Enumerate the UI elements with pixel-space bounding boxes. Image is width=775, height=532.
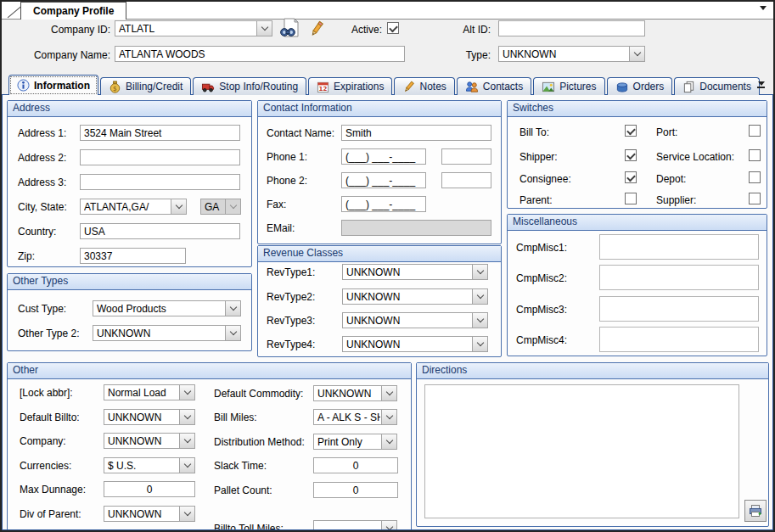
email-input [341,220,491,236]
edit-pencil-icon[interactable] [307,20,326,37]
address3-input[interactable] [80,174,240,190]
state-combo[interactable]: GA [200,199,241,215]
phone1-ext-input[interactable] [441,148,491,165]
miscellaneous-section: Miscellaneous CmpMisc1: CmpMisc2: CmpMis… [507,214,767,356]
depot-checkbox[interactable] [749,171,761,183]
tab-expirations[interactable]: 12 Expirations [308,77,392,95]
directions-section-title: Directions [417,363,768,379]
cust-type-combo[interactable]: Wood Products [93,300,241,316]
company-profile-tab[interactable]: Company Profile [20,2,126,20]
company-combo[interactable]: UNKNOWN [104,433,195,449]
bill-to-checkbox[interactable] [625,125,637,137]
other-section: Other [Lock abbr]: Normal Load Default B… [7,362,412,530]
other-section-title: Other [8,363,411,379]
money-icon: $ [109,81,121,93]
service-location-label: Service Location: [656,150,744,164]
chevron-down-icon [381,410,396,424]
slack-time-input[interactable] [313,457,398,473]
bill-miles-combo[interactable]: A - ALK S - SHO [313,409,397,425]
revtype2-combo[interactable]: UNKNOWN [342,288,488,305]
address1-input[interactable] [80,125,240,141]
city-state-combo[interactable]: ATLANTA,GA/ [80,199,187,215]
window-title: Company Profile [33,5,114,17]
supplier-checkbox[interactable] [749,193,761,204]
tab-documents[interactable]: Documents [674,77,760,95]
tab-billing-credit[interactable]: $ Billing/Credit [100,77,191,95]
revtype3-combo[interactable]: UNKNOWN [342,312,488,328]
cmpmisc3-input[interactable] [599,296,759,322]
div-of-parent-combo[interactable]: UNKNOWN [104,506,195,522]
fax-label: Fax: [267,198,340,211]
tab-label: Pictures [559,81,596,92]
tab-stop-info-routing[interactable]: Stop Info/Routing [193,77,306,95]
revenue-classes-section-title: Revenue Classes [258,246,501,262]
chevron-down-icon [256,21,272,36]
slack-time-label: Slack Time: [214,459,311,473]
phone1-input[interactable] [341,148,426,165]
default-billto-combo[interactable]: UNKNOWN [104,409,195,425]
print-directions-button[interactable] [744,500,767,522]
pallet-count-label: Pallet Count: [214,484,311,497]
shipper-checkbox[interactable] [625,149,637,161]
service-location-checkbox[interactable] [749,149,761,161]
alt-id-input[interactable] [498,20,645,36]
other-types-section-title: Other Types [8,274,251,290]
tab-label: Expirations [334,81,384,92]
country-input[interactable] [80,223,240,239]
other-type2-combo[interactable]: UNKNOWN [93,325,241,341]
port-checkbox[interactable] [749,125,761,137]
tab-contacts[interactable]: Contacts [457,77,531,95]
tab-pictures[interactable]: Pictures [533,77,604,95]
tab-bar: Information $ Billing/Credit Stop Info/R… [8,75,760,95]
bill-miles-value: A - ALK S - SHO [317,411,380,424]
cmpmisc2-input[interactable] [599,265,759,290]
address2-input[interactable] [80,149,240,165]
active-checkbox[interactable] [387,22,399,34]
fax-input[interactable] [341,196,426,212]
revtype3-label: RevType3: [267,314,338,328]
zip-input[interactable] [80,248,186,264]
country-label: Country: [18,225,79,238]
tab-notes[interactable]: Notes [394,77,454,95]
consignee-checkbox[interactable] [625,171,637,183]
tab-information[interactable]: Information [8,75,98,95]
lock-abbr-combo[interactable]: Normal Load [104,384,195,400]
chevron-down-icon [225,301,240,316]
revtype1-combo[interactable]: UNKNOWN [342,264,488,280]
phone2-input[interactable] [341,172,426,188]
parent-checkbox[interactable] [625,193,637,204]
pallet-count-input[interactable] [313,482,398,498]
phone2-ext-input[interactable] [441,172,491,188]
cmpmisc1-input[interactable] [599,234,759,260]
company-id-combo[interactable]: ATLATL [115,20,272,36]
address3-label: Address 3: [18,176,79,189]
chevron-down-icon [472,313,487,328]
city-state-label: City, State: [18,200,79,214]
tab-overflow-icon[interactable] [757,81,765,88]
window-menu-arrow-icon[interactable] [760,6,767,10]
tab-orders[interactable]: Orders [607,77,673,95]
calendar-icon: 12 [317,81,329,93]
default-commodity-label: Default Commodity: [214,387,311,400]
shipper-label: Shipper: [519,150,598,164]
directions-textarea[interactable] [424,384,739,518]
pencil-icon [402,81,415,93]
currencies-combo[interactable]: $ U.S. [104,457,195,473]
cust-type-value: Wood Products [97,302,224,316]
revenue-classes-section: Revenue Classes RevType1: UNKNOWN RevTyp… [257,245,502,357]
chevron-down-icon [472,265,487,279]
distribution-method-combo[interactable]: Print Only [313,434,397,450]
cmpmisc4-input[interactable] [599,327,759,352]
revtype4-combo[interactable]: UNKNOWN [342,336,488,352]
contact-name-input[interactable] [341,125,491,141]
company-name-input[interactable] [115,46,405,62]
default-commodity-combo[interactable]: UNKNOWN [313,385,397,401]
type-combo[interactable]: UNKNOWN [498,46,645,62]
billto-toll-miles-combo[interactable] [313,520,397,530]
chevron-down-icon [629,47,644,61]
lookup-binoculars-icon[interactable] [278,18,300,38]
address1-label: Address 1: [18,126,79,140]
cmpmisc1-label: CmpMisc1: [516,241,592,255]
max-dunnage-input[interactable] [104,481,195,497]
address-section: Address Address 1: Address 2: Address 3:… [7,100,252,267]
